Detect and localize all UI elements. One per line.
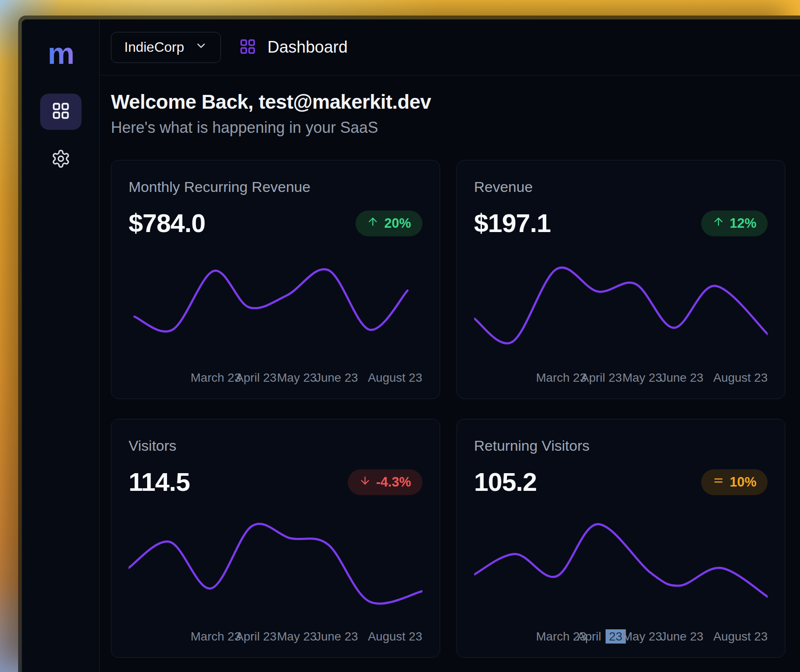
page-content: Welcome Back, test@makerkit.dev Here's w… — [100, 75, 800, 658]
main-area: IndieCorp Dashboard Welcome Back, test@m… — [100, 19, 800, 672]
value-row: 114.5 -4.3% — [129, 467, 422, 497]
chevron-down-icon — [195, 39, 208, 56]
card-value: $197.1 — [474, 208, 551, 238]
x-tick-month: April — [577, 630, 601, 643]
card-revenue: Revenue $197.1 12% Ma — [457, 160, 786, 399]
layout-grid-icon — [239, 38, 256, 57]
breadcrumb: Dashboard — [239, 38, 348, 57]
card-value: $784.0 — [129, 208, 205, 238]
x-tick: June 23 — [660, 630, 703, 644]
makerkit-logo: m — [47, 38, 73, 69]
x-tick: May 23 — [623, 371, 662, 385]
value-row: $197.1 12% — [474, 208, 768, 238]
page-title: Welcome Back, test@makerkit.dev — [111, 90, 785, 113]
trend-value: -4.3% — [376, 474, 411, 490]
team-selector-label: IndieCorp — [124, 39, 184, 55]
sidebar-item-settings[interactable] — [40, 144, 82, 175]
gear-icon — [51, 149, 71, 170]
x-tick: March 23 — [191, 371, 241, 385]
arrow-up-icon — [712, 216, 724, 231]
visitors-line-chart — [129, 512, 422, 615]
app-window: m IndieCorp — [22, 19, 800, 672]
value-row: 105.2 10% — [474, 467, 768, 497]
card-title: Revenue — [474, 179, 768, 195]
page-title-breadcrumb: Dashboard — [268, 38, 348, 57]
x-tick-april-selected: April23 — [577, 630, 626, 644]
page-subtitle: Here's what is happening in your SaaS — [111, 119, 785, 137]
x-axis-labels: March 23 April 23 May 23 June 23 August … — [129, 371, 422, 388]
trend-badge: -4.3% — [348, 469, 422, 495]
x-tick: August 23 — [713, 371, 768, 385]
team-selector-button[interactable]: IndieCorp — [111, 32, 221, 63]
chart-area — [129, 512, 422, 621]
card-monthly-recurring-revenue: Monthly Recurring Revenue $784.0 20% — [111, 160, 440, 399]
trend-badge: 10% — [701, 469, 768, 495]
x-axis-labels: March 23 April23 May 23 June 23 August 2… — [474, 630, 768, 647]
x-tick: May 23 — [277, 371, 317, 385]
x-tick: June 23 — [315, 630, 358, 644]
x-tick: March 23 — [191, 630, 241, 644]
x-tick: May 23 — [277, 630, 317, 644]
trend-badge: 20% — [356, 210, 422, 236]
trend-value: 20% — [384, 216, 411, 231]
x-tick: March 23 — [536, 371, 586, 385]
x-tick: August 23 — [368, 630, 422, 644]
equals-icon — [712, 474, 724, 490]
card-title: Returning Visitors — [474, 437, 768, 454]
x-tick: May 23 — [623, 630, 662, 644]
sidebar: m — [22, 19, 100, 672]
x-tick: June 23 — [660, 371, 703, 385]
x-tick: August 23 — [368, 371, 422, 385]
layout-grid-icon — [51, 101, 70, 122]
value-row: $784.0 20% — [129, 208, 422, 238]
x-tick: April 23 — [236, 630, 277, 644]
card-value: 114.5 — [129, 467, 190, 497]
topbar: IndieCorp Dashboard — [100, 19, 800, 75]
x-axis-labels: March 23 April 23 May 23 June 23 August … — [129, 630, 422, 647]
card-value: 105.2 — [474, 467, 537, 497]
card-title: Monthly Recurring Revenue — [129, 179, 422, 195]
x-tick: April 23 — [581, 371, 622, 385]
x-tick: April 23 — [236, 371, 277, 385]
chart-area — [474, 512, 768, 621]
mrr-line-chart — [129, 253, 422, 356]
trend-value: 12% — [730, 216, 756, 231]
x-axis-labels: March 23 April 23 May 23 June 23 August … — [474, 371, 768, 388]
sidebar-item-dashboard[interactable] — [40, 94, 82, 130]
trend-badge: 12% — [701, 210, 768, 236]
chart-area — [474, 253, 768, 362]
trend-value: 10% — [730, 474, 756, 490]
card-visitors: Visitors 114.5 -4.3% — [111, 419, 440, 658]
chart-area — [129, 253, 422, 362]
returning-visitors-line-chart — [474, 512, 768, 615]
card-returning-visitors: Returning Visitors 105.2 10% — [457, 419, 786, 658]
cards-grid: Monthly Recurring Revenue $784.0 20% — [111, 160, 785, 658]
revenue-line-chart — [474, 253, 768, 356]
card-title: Visitors — [129, 437, 422, 454]
arrow-down-icon — [359, 474, 371, 490]
x-tick: August 23 — [713, 630, 768, 644]
x-tick: June 23 — [315, 371, 358, 385]
arrow-up-icon — [367, 216, 379, 231]
